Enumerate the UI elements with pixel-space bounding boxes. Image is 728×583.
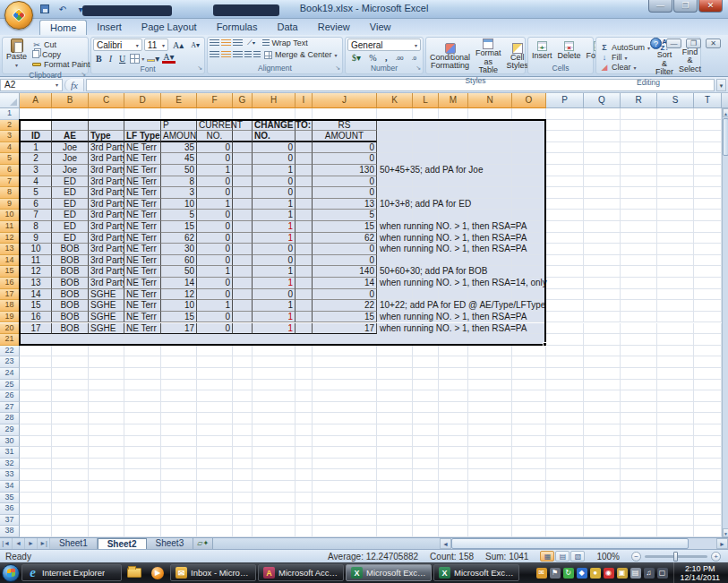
cell-R10[interactable] <box>621 210 657 221</box>
cell-C13[interactable]: 3rd Party <box>89 244 124 255</box>
cell-T35[interactable] <box>694 493 722 504</box>
cell-H9[interactable]: 1 <box>253 199 295 210</box>
cell-E33[interactable] <box>161 469 197 481</box>
cell-G31[interactable] <box>233 447 253 459</box>
cell-G1[interactable] <box>233 108 253 120</box>
cell-P14[interactable] <box>546 255 584 267</box>
cell-J3[interactable]: AMOUNT <box>313 131 377 142</box>
cell-C5[interactable]: 3rd Party <box>89 153 124 165</box>
cell-L27[interactable] <box>413 402 439 414</box>
cell-F18[interactable]: 1 <box>197 300 233 312</box>
cell-M5[interactable] <box>439 153 468 165</box>
row-header-11[interactable]: 11 <box>0 221 20 233</box>
cell-P35[interactable] <box>546 493 584 504</box>
cell-Q22[interactable] <box>584 346 621 357</box>
cell-S16[interactable] <box>657 278 694 289</box>
paste-button[interactable]: Paste ▾ <box>4 39 29 70</box>
cell-J30[interactable] <box>313 436 377 448</box>
cell-T4[interactable] <box>694 142 722 154</box>
quick-launch-media-player-button[interactable]: ▶ <box>147 564 168 581</box>
cell-O24[interactable] <box>512 368 546 380</box>
cell-M26[interactable] <box>439 390 468 402</box>
cell-L2[interactable] <box>413 120 439 132</box>
column-header-G[interactable]: G <box>233 93 253 108</box>
cell-R26[interactable] <box>621 390 657 402</box>
cell-S9[interactable] <box>657 199 694 210</box>
cell-O28[interactable] <box>512 413 546 424</box>
ribbon-tab-page-layout[interactable]: Page Layout <box>132 20 207 35</box>
normal-view-icon[interactable]: ▦ <box>540 551 554 562</box>
cell-P27[interactable] <box>546 402 584 414</box>
cell-O30[interactable] <box>512 436 546 448</box>
cell-Q20[interactable] <box>584 323 621 335</box>
cell-H36[interactable] <box>253 503 295 515</box>
dialog-launcher-icon[interactable]: ↘ <box>197 64 202 73</box>
cell-G33[interactable] <box>233 469 253 481</box>
cell-F9[interactable]: 1 <box>197 199 233 210</box>
cell-G36[interactable] <box>233 503 253 515</box>
cell-A22[interactable] <box>20 346 52 357</box>
cell-K10[interactable] <box>377 210 413 221</box>
cell-I38[interactable] <box>295 526 313 537</box>
cell-A1[interactable] <box>20 108 52 120</box>
cell-Q28[interactable] <box>584 413 621 424</box>
cell-O9[interactable] <box>512 199 546 210</box>
cell-J33[interactable] <box>313 469 377 481</box>
cell-S5[interactable] <box>657 153 694 165</box>
cell-K1[interactable] <box>377 108 413 120</box>
cell-M33[interactable] <box>439 469 468 481</box>
cell-G18[interactable] <box>233 300 253 312</box>
cell-B25[interactable] <box>52 380 89 391</box>
cell-J5[interactable]: 0 <box>313 153 377 165</box>
cell-R4[interactable] <box>621 142 657 154</box>
cell-I33[interactable] <box>295 469 313 481</box>
scroll-down-icon[interactable]: ▼ <box>723 528 728 537</box>
cell-T2[interactable] <box>694 120 722 132</box>
tray-mail-icon[interactable]: ✉ <box>536 568 547 579</box>
cell-P17[interactable] <box>546 289 584 301</box>
cell-D26[interactable] <box>124 390 161 402</box>
cell-K17[interactable] <box>377 289 413 301</box>
cell-Q9[interactable] <box>584 199 621 210</box>
format-as-table-button[interactable]: Format as Table <box>474 39 503 75</box>
cell-G11[interactable] <box>233 221 253 233</box>
row-header-35[interactable]: 35 <box>0 493 20 504</box>
office-button[interactable] <box>4 1 33 30</box>
row-header-30[interactable]: 30 <box>0 436 20 448</box>
cell-C38[interactable] <box>89 526 124 537</box>
row-header-34[interactable]: 34 <box>0 481 20 493</box>
cell-G20[interactable] <box>233 323 253 335</box>
cell-I17[interactable] <box>295 289 313 301</box>
cell-J9[interactable]: 13 <box>313 199 377 210</box>
tray-network-icon[interactable]: ▢ <box>657 568 668 579</box>
cell-Q8[interactable] <box>584 187 621 199</box>
cell-I16[interactable] <box>295 278 313 289</box>
cell-L33[interactable] <box>413 469 439 481</box>
cell-P6[interactable] <box>546 165 584 176</box>
cell-G38[interactable] <box>233 526 253 537</box>
row-header-2[interactable]: 2 <box>0 120 20 132</box>
cell-R31[interactable] <box>621 447 657 459</box>
cell-E12[interactable]: 62 <box>161 233 197 244</box>
cell-A32[interactable] <box>20 459 52 470</box>
cell-C19[interactable]: SGHE <box>89 312 124 323</box>
cell-S18[interactable] <box>657 300 694 312</box>
cell-G28[interactable] <box>233 413 253 424</box>
font-color-button[interactable]: A▾ <box>162 53 175 64</box>
cell-P36[interactable] <box>546 503 584 515</box>
cell-G27[interactable] <box>233 402 253 414</box>
cell-A36[interactable] <box>20 503 52 515</box>
column-header-B[interactable]: B <box>52 93 89 108</box>
cell-Q18[interactable] <box>584 300 621 312</box>
cell-Q15[interactable] <box>584 266 621 278</box>
cell-R18[interactable] <box>621 300 657 312</box>
cell-Q10[interactable] <box>584 210 621 221</box>
cell-C31[interactable] <box>89 447 124 459</box>
cell-C1[interactable] <box>89 108 124 120</box>
cut-button[interactable]: ✂Cut <box>30 40 99 49</box>
column-header-I[interactable]: I <box>295 93 313 108</box>
cell-D9[interactable]: NE Terr <box>124 199 161 210</box>
cell-C36[interactable] <box>89 503 124 515</box>
cell-J27[interactable] <box>313 402 377 414</box>
cell-D12[interactable]: NE Terr <box>124 233 161 244</box>
